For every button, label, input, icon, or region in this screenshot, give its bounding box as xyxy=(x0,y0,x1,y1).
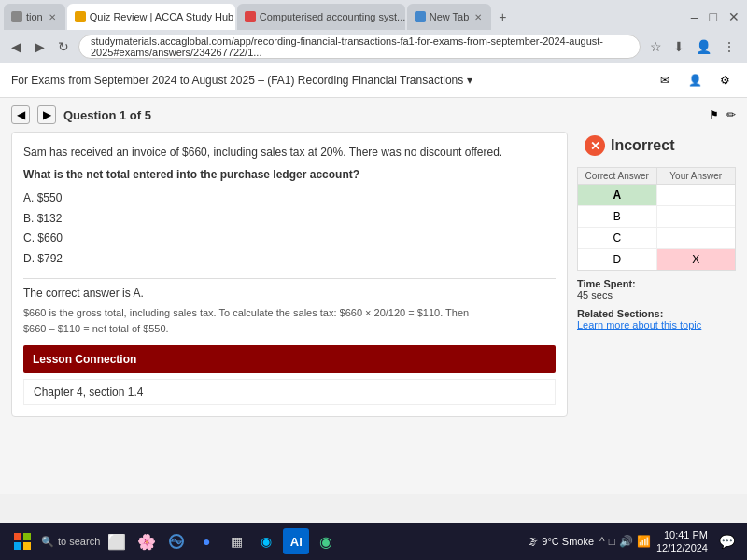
tab-label-1: tion xyxy=(26,11,43,22)
search-label: to search xyxy=(58,536,100,547)
lesson-connection-label: Lesson Connection xyxy=(33,353,136,366)
network-icon[interactable]: 📶 xyxy=(637,535,651,548)
keyboard-icon[interactable]: □ xyxy=(609,535,615,548)
question-counter: Question 1 of 5 xyxy=(63,108,151,122)
edit-icons: ⚑ ✏ xyxy=(709,108,736,121)
forward-button[interactable]: ▶ xyxy=(31,37,49,56)
time-display: 10:41 PM xyxy=(656,528,708,541)
url-box[interactable]: studymaterials.accaglobal.com/app/record… xyxy=(78,35,641,59)
learn-more-link[interactable]: Learn more about this topic xyxy=(577,319,701,330)
question-text: Sam has received an invoice of $660, inc… xyxy=(23,144,556,161)
taskbar-right: 🌫 9°C Smoke ^ □ 🔊 📶 10:41 PM 12/12/2024 … xyxy=(528,528,740,555)
taskbar-icon-5[interactable]: ▦ xyxy=(223,528,249,554)
svg-rect-3 xyxy=(23,542,31,550)
taskbar-icon-ai[interactable]: Ai xyxy=(283,528,309,554)
tab-computerised[interactable]: Computerised accounting syst... ✕ xyxy=(237,4,405,30)
related-label: Related Sections: xyxy=(577,308,736,319)
tab-quiz[interactable]: Quiz Review | ACCA Study Hub ✕ xyxy=(67,4,235,30)
time-section: Time Spent: 45 secs xyxy=(577,278,736,301)
question-bold: What is the net total entered into the p… xyxy=(23,168,556,181)
taskbar-icon-1[interactable]: ⬜ xyxy=(104,528,130,554)
tab-favicon-3 xyxy=(245,11,256,22)
incorrect-badge: ✕ Incorrect xyxy=(577,132,736,160)
answer-options: A. $550 B. $132 C. $660 D. $792 xyxy=(23,189,556,269)
weather-icon: 🌫 xyxy=(528,536,538,547)
search-icon: 🔍 xyxy=(41,536,54,548)
profile-button[interactable]: 👤 xyxy=(692,37,715,56)
header-icons: ✉ 👤 ⚙ xyxy=(654,69,736,91)
tab-favicon-2 xyxy=(75,11,86,22)
user-icon[interactable]: 👤 xyxy=(684,69,706,91)
tab-favicon-4 xyxy=(415,11,426,22)
grid-cell-b-correct: B xyxy=(578,206,657,227)
browser-chrome: tion ✕ Quiz Review | ACCA Study Hub ✕ Co… xyxy=(0,0,747,63)
question-nav: ◀ ▶ Question 1 of 5 ⚑ ✏ xyxy=(11,105,736,124)
prev-question-button[interactable]: ◀ xyxy=(11,105,30,124)
minimize-button[interactable]: – xyxy=(687,7,702,26)
flag-icon[interactable]: ⚑ xyxy=(709,108,719,121)
search-area[interactable]: 🔍 to search xyxy=(41,536,100,548)
settings-icon[interactable]: ⚙ xyxy=(713,69,736,91)
question-right: ✕ Incorrect Correct Answer Your Answer A… xyxy=(577,132,736,417)
mail-icon[interactable]: ✉ xyxy=(654,69,676,91)
chevron-up-icon[interactable]: ^ xyxy=(599,535,605,548)
taskbar-icon-3[interactable] xyxy=(163,528,190,554)
weather-text: 9°C Smoke xyxy=(542,536,594,547)
answers-grid: Correct Answer Your Answer A B C xyxy=(577,167,736,271)
divider-1 xyxy=(23,278,556,279)
option-a[interactable]: A. $550 xyxy=(23,189,556,209)
download-button[interactable]: ⬇ xyxy=(669,37,688,56)
header-correct: Correct Answer xyxy=(578,168,657,184)
tab-newtab[interactable]: New Tab ✕ xyxy=(407,4,492,30)
svg-rect-2 xyxy=(14,542,21,550)
new-tab-button[interactable]: + xyxy=(493,7,512,26)
tab-bar: tion ✕ Quiz Review | ACCA Study Hub ✕ Co… xyxy=(0,0,747,30)
page-title[interactable]: For Exams from September 2024 to August … xyxy=(11,74,472,87)
weather-widget: 🌫 9°C Smoke xyxy=(528,536,594,547)
grid-cell-b-yours xyxy=(657,206,736,227)
taskbar-icon-6[interactable]: ◉ xyxy=(253,528,279,554)
edit-icon[interactable]: ✏ xyxy=(726,108,736,121)
browser-actions: ☆ ⬇ 👤 ⋮ xyxy=(646,37,740,56)
question-main: Sam has received an invoice of $660, inc… xyxy=(11,132,568,417)
option-d[interactable]: D. $792 xyxy=(23,249,556,270)
time-value: 45 secs xyxy=(577,289,736,301)
tab-label-4: New Tab xyxy=(430,11,470,22)
back-button[interactable]: ◀ xyxy=(7,37,25,56)
refresh-button[interactable]: ↻ xyxy=(54,37,73,56)
tab-label-3: Computerised accounting syst... xyxy=(260,11,405,22)
grid-cell-d-correct: D xyxy=(578,249,657,270)
header-yours: Your Answer xyxy=(657,168,736,184)
url-text: studymaterials.accaglobal.com/app/record… xyxy=(91,35,628,58)
main-content: ◀ ▶ Question 1 of 5 ⚑ ✏ Sam has received… xyxy=(0,98,747,494)
grid-cell-a-yours xyxy=(657,185,736,205)
address-bar: ◀ ▶ ↻ studymaterials.accaglobal.com/app/… xyxy=(0,30,747,63)
correct-answer-text: The correct answer is A. xyxy=(23,287,556,300)
explanation-text-2: $660 – $110 = net total of $550. xyxy=(23,321,556,337)
svg-rect-1 xyxy=(23,533,31,540)
notification-button[interactable]: 💬 xyxy=(713,528,740,554)
next-question-button[interactable]: ▶ xyxy=(37,105,56,124)
question-panel: Sam has received an invoice of $660, inc… xyxy=(11,132,736,417)
clock: 10:41 PM 12/12/2024 xyxy=(656,528,708,555)
bookmark-button[interactable]: ☆ xyxy=(646,37,666,56)
tab-close-4[interactable]: ✕ xyxy=(472,12,484,22)
volume-icon[interactable]: 🔊 xyxy=(619,535,633,548)
taskbar-icon-2[interactable]: 🌸 xyxy=(134,528,160,554)
grid-row-a: A xyxy=(578,185,735,206)
option-c[interactable]: C. $660 xyxy=(23,229,556,249)
grid-cell-a-correct: A xyxy=(578,185,657,205)
restore-button[interactable]: □ xyxy=(706,7,721,26)
grid-cell-c-correct: C xyxy=(578,228,657,248)
option-b[interactable]: B. $132 xyxy=(23,209,556,230)
start-button[interactable] xyxy=(7,526,37,556)
taskbar-icon-4[interactable]: ● xyxy=(193,528,219,554)
tab-tion[interactable]: tion ✕ xyxy=(4,4,65,30)
close-window-button[interactable]: ✕ xyxy=(725,7,743,26)
taskbar-icon-8[interactable]: ◉ xyxy=(313,528,339,554)
chapter-text: Chapter 4, section 1.4 xyxy=(23,379,556,405)
page-header: For Exams from September 2024 to August … xyxy=(0,63,747,98)
tab-close-1[interactable]: ✕ xyxy=(47,12,58,22)
grid-cell-c-yours xyxy=(657,228,736,248)
menu-button[interactable]: ⋮ xyxy=(719,37,740,56)
